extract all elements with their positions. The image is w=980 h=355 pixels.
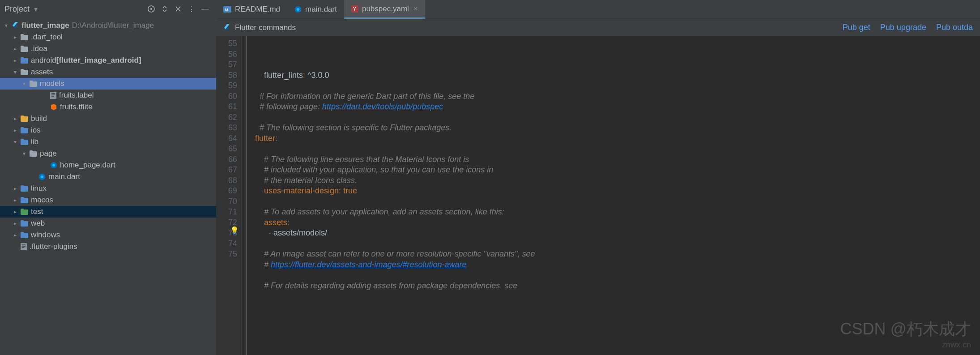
tree-folder[interactable]: ▸android [flutter_image_android] [0, 55, 216, 66]
yaml-icon: Y [351, 5, 358, 13]
pub-actions: Pub getPub upgradePub outda [843, 23, 973, 32]
chevron-icon: ▸ [12, 127, 19, 133]
tree-item-label: .idea [31, 44, 47, 53]
tree-folder[interactable]: ▸web [0, 218, 216, 229]
folder-icon [21, 69, 28, 75]
folder-blue-icon [21, 139, 28, 145]
tree-file[interactable]: .flutter-plugins [0, 241, 216, 252]
svg-rect-7 [21, 243, 27, 250]
folder-icon [21, 34, 28, 40]
tree-item-label: test [31, 207, 43, 216]
tree-item-label: ios [31, 126, 41, 135]
folder-icon [30, 81, 37, 87]
tree-folder[interactable]: ▸windows [0, 229, 216, 241]
tree-folder[interactable]: ▸.idea [0, 43, 216, 55]
root-name: flutter_image [21, 21, 69, 30]
tree-file[interactable]: fruits.label [0, 90, 216, 101]
minimize-icon[interactable]: — [200, 4, 210, 14]
select-file-icon[interactable] [146, 4, 157, 14]
chevron-icon: ▸ [12, 209, 19, 215]
expand-all-icon[interactable] [159, 4, 170, 14]
close-icon[interactable]: × [413, 4, 418, 13]
tree-item-label: assets [31, 68, 53, 77]
file-tflite-icon [50, 103, 57, 111]
tree-folder[interactable]: ▸linux [0, 183, 216, 194]
tab-main-dart[interactable]: main.dart [287, 0, 344, 19]
tree-item-label: build [31, 114, 47, 123]
folder-blue-icon [21, 197, 28, 203]
chevron-icon: ▸ [12, 220, 19, 227]
chevron-icon: ▾ [12, 139, 19, 145]
chevron-icon: ▸ [12, 197, 19, 203]
chevron-icon: ▸ [12, 232, 19, 238]
tab-pubspec-yaml[interactable]: Ypubspec.yaml× [344, 0, 425, 19]
tree-item-label: web [31, 219, 45, 228]
chevron-icon: ▾ [12, 69, 19, 75]
chevron-icon: ▾ [21, 81, 28, 87]
code-editor[interactable]: 5556575859606162636465666768697071727374… [216, 36, 980, 355]
collapse-all-icon[interactable] [173, 4, 183, 14]
tree-folder[interactable]: ▸build [0, 113, 216, 124]
root-path: D:\Android\flutter_image [72, 21, 154, 30]
tree-folder[interactable]: ▸.dart_tool [0, 31, 216, 43]
tree-item-label: page [40, 149, 57, 158]
tree-folder[interactable]: ▸ios [0, 124, 216, 136]
tree-folder[interactable]: ▾models [0, 78, 216, 90]
tree-file[interactable]: home_page.dart [0, 159, 216, 171]
main-area: M↓README.mdmain.dartYpubspec.yaml× Flutt… [216, 0, 980, 355]
svg-point-6 [41, 175, 43, 178]
tree-item-label: macos [31, 196, 53, 205]
more-icon[interactable]: ⋮ [186, 4, 197, 14]
tree-item-label: models [40, 79, 64, 88]
tree-item-label: home_page.dart [60, 161, 115, 170]
tree-root[interactable]: ▾ flutter_image D:\Android\flutter_image [0, 20, 216, 31]
code-content[interactable]: 💡 flutter_lints: ^3.0.0 # For informatio… [246, 36, 980, 355]
chevron-icon: ▸ [12, 115, 19, 122]
editor-tabs: M↓README.mdmain.dartYpubspec.yaml× [216, 0, 980, 19]
tree-folder[interactable]: ▸macos [0, 194, 216, 206]
project-label[interactable]: Project [4, 4, 30, 14]
flutter-commands-label[interactable]: Flutter commands [223, 23, 296, 32]
svg-point-4 [52, 164, 55, 167]
watermark: CSDN @朽木成才 znwx.cn [840, 318, 971, 350]
dart-icon [294, 6, 302, 13]
project-header: Project ▾ ⋮ — [0, 0, 216, 18]
flutter-icon [223, 24, 230, 31]
project-tree: ▾ flutter_image D:\Android\flutter_image… [0, 18, 216, 355]
svg-point-11 [297, 8, 299, 11]
tree-item-label: lib [31, 137, 38, 146]
tree-file[interactable]: main.dart [0, 171, 216, 183]
chevron-icon: ▸ [12, 46, 19, 52]
folder-green-icon [21, 209, 28, 215]
chevron-icon: ▾ [3, 22, 10, 29]
file-text-icon [50, 92, 56, 99]
file-text-icon [21, 243, 27, 250]
file-dart-icon [38, 173, 46, 180]
svg-point-1 [150, 8, 152, 10]
chevron-down-icon[interactable]: ▾ [34, 5, 38, 13]
lightbulb-icon[interactable]: 💡 [230, 225, 239, 236]
tree-folder[interactable]: ▸test [0, 206, 216, 218]
flutter-icon [12, 22, 19, 29]
file-dart-icon [50, 162, 57, 169]
tree-folder[interactable]: ▾page [0, 148, 216, 159]
line-gutter: 5556575859606162636465666768697071727374… [216, 36, 242, 355]
folder-blue-icon [21, 185, 28, 192]
tree-item-label: android [31, 56, 56, 65]
pub-action[interactable]: Pub outda [936, 23, 973, 32]
tree-file[interactable]: fruits.tflite [0, 101, 216, 113]
pub-action[interactable]: Pub get [843, 23, 870, 32]
tree-folder[interactable]: ▾lib [0, 136, 216, 148]
folder-blue-icon [21, 220, 28, 227]
pub-action[interactable]: Pub upgrade [880, 23, 926, 32]
chevron-icon: ▾ [21, 150, 28, 157]
md-icon: M↓ [223, 6, 231, 13]
flutter-commands-bar: Flutter commands Pub getPub upgradePub o… [216, 19, 980, 36]
folder-orange-icon [21, 115, 28, 122]
chevron-icon: ▸ [12, 185, 19, 192]
chevron-icon: ▸ [12, 34, 19, 40]
tree-folder[interactable]: ▾assets [0, 66, 216, 78]
svg-text:Y: Y [353, 7, 356, 12]
tab-README-md[interactable]: M↓README.md [216, 0, 287, 19]
tree-item-label: linux [31, 184, 47, 193]
